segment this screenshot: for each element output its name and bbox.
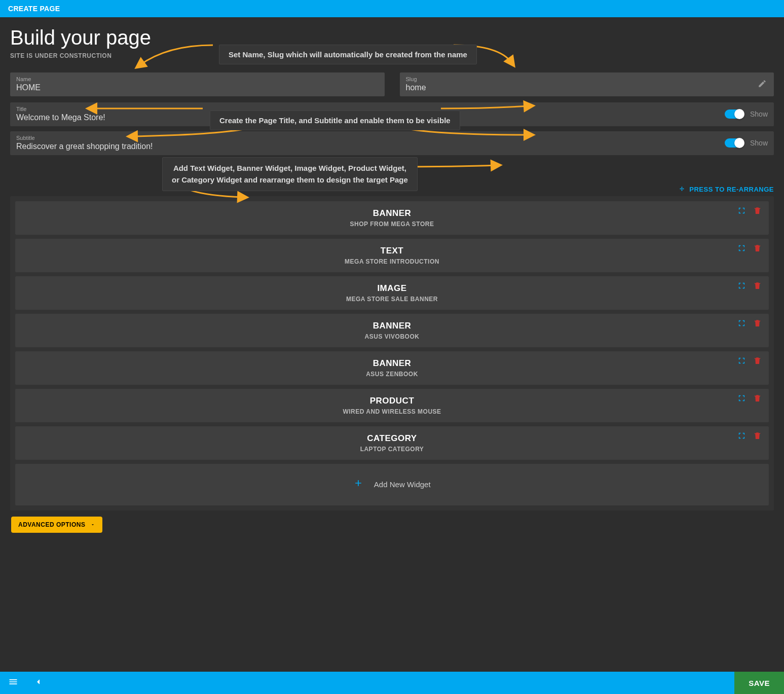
- expand-icon[interactable]: [737, 394, 746, 405]
- widget-type: PRODUCT: [23, 396, 761, 406]
- widget-name: MEGA STORE INTRODUCTION: [23, 258, 761, 265]
- move-icon: [679, 186, 685, 193]
- callout-name-slug: Set Name, Slug which will automatically …: [219, 45, 477, 64]
- expand-icon[interactable]: [737, 431, 746, 442]
- expand-icon[interactable]: [737, 281, 746, 292]
- trash-icon[interactable]: [753, 356, 762, 367]
- widget-item[interactable]: CATEGORY LAPTOP CATEGORY: [15, 426, 769, 460]
- subtitle-show-toggle[interactable]: [725, 138, 744, 148]
- widget-type: CATEGORY: [23, 433, 761, 444]
- widget-name: ASUS ZENBOOK: [23, 371, 761, 378]
- widget-type: BANNER: [23, 321, 761, 331]
- trash-icon[interactable]: [753, 244, 762, 254]
- widget-type: BANNER: [23, 208, 761, 218]
- subtitle-value: Rediscover a great shopping tradition!: [16, 142, 153, 151]
- expand-icon[interactable]: [737, 244, 746, 254]
- slug-label: Slug: [406, 76, 768, 82]
- trash-icon[interactable]: [753, 281, 762, 292]
- callout-title-subtitle: Create the Page Title, and Subtitle and …: [210, 111, 460, 130]
- plus-icon: [353, 478, 363, 491]
- widget-name: SHOP FROM MEGA STORE: [23, 221, 761, 228]
- trash-icon[interactable]: [753, 319, 762, 330]
- trash-icon[interactable]: [753, 431, 762, 442]
- title-value: Welcome to Mega Store!: [16, 113, 105, 122]
- pencil-icon[interactable]: [758, 79, 767, 90]
- add-widget-button[interactable]: Add New Widget: [15, 464, 769, 505]
- trash-icon[interactable]: [753, 206, 762, 217]
- expand-icon[interactable]: [737, 319, 746, 330]
- widget-name: LAPTOP CATEGORY: [23, 446, 761, 453]
- callout-widgets: Add Text Widget, Banner Widget, Image Wi…: [162, 157, 418, 191]
- subtitle-field[interactable]: Subtitle Rediscover a great shopping tra…: [10, 131, 774, 155]
- menu-icon[interactable]: [0, 677, 26, 689]
- main-area: Build your page SITE IS UNDER CONSTRUCTI…: [0, 17, 784, 538]
- widget-type: BANNER: [23, 358, 761, 369]
- widget-item[interactable]: TEXT MEGA STORE INTRODUCTION: [15, 239, 769, 272]
- expand-icon[interactable]: [737, 206, 746, 217]
- slug-field[interactable]: Slug home: [400, 72, 774, 96]
- widget-item[interactable]: PRODUCT WIRED AND WIRELESS MOUSE: [15, 389, 769, 422]
- widget-name: MEGA STORE SALE BANNER: [23, 296, 761, 303]
- name-field[interactable]: Name HOME: [10, 72, 385, 96]
- subtitle-label: Subtitle: [16, 135, 720, 141]
- name-label: Name: [16, 76, 379, 82]
- widget-actions: [737, 206, 762, 217]
- save-button[interactable]: SAVE: [734, 672, 784, 694]
- widget-name: WIRED AND WIRELESS MOUSE: [23, 408, 761, 415]
- title-show-label: Show: [750, 110, 768, 118]
- widgets-container: BANNER SHOP FROM MEGA STORE TEXT MEGA ST…: [10, 196, 774, 510]
- widget-type: IMAGE: [23, 283, 761, 294]
- widget-item[interactable]: BANNER ASUS ZENBOOK: [15, 351, 769, 385]
- widget-type: TEXT: [23, 246, 761, 256]
- title-show-toggle[interactable]: [725, 109, 744, 119]
- topbar: CREATE PAGE: [0, 0, 784, 17]
- expand-icon[interactable]: [737, 356, 746, 367]
- widget-item[interactable]: IMAGE MEGA STORE SALE BANNER: [15, 276, 769, 310]
- widget-item[interactable]: BANNER SHOP FROM MEGA STORE: [15, 201, 769, 235]
- back-icon[interactable]: [26, 678, 51, 688]
- name-slug-row: Name HOME Slug home: [10, 72, 774, 96]
- subtitle-show-label: Show: [750, 139, 768, 147]
- topbar-title: CREATE PAGE: [8, 5, 60, 13]
- bottom-bar: SAVE: [0, 672, 784, 694]
- widget-name: ASUS VIVOBOOK: [23, 333, 761, 340]
- widget-item[interactable]: BANNER ASUS VIVOBOOK: [15, 314, 769, 347]
- name-value: HOME: [16, 83, 41, 92]
- advanced-options-button[interactable]: ADVANCED OPTIONS: [11, 517, 102, 533]
- add-widget-label: Add New Widget: [374, 480, 431, 489]
- slug-value: home: [406, 83, 426, 92]
- chevron-down-icon: [90, 522, 95, 527]
- trash-icon[interactable]: [753, 394, 762, 405]
